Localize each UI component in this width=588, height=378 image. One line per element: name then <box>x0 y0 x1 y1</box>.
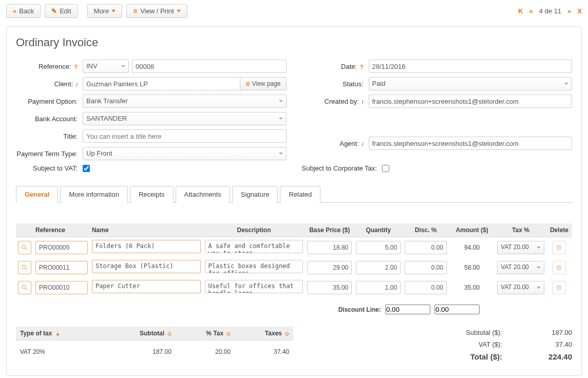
chevron-down-icon <box>537 287 541 289</box>
col-base-price: Base Price ($) <box>305 223 354 237</box>
line-disc-input[interactable] <box>405 261 447 274</box>
tax-col-pct[interactable]: % Tax◇ <box>176 327 235 341</box>
agent-input[interactable] <box>369 137 573 150</box>
line-disc-input[interactable] <box>405 281 447 294</box>
totals: Subtotal ($): 187.00 VAT ($): 37.40 Tota… <box>387 327 572 363</box>
line-qty-input[interactable] <box>356 261 401 274</box>
tab-general[interactable]: General <box>16 186 58 203</box>
help-icon[interactable]: ? <box>360 64 364 70</box>
chevron-down-icon <box>121 65 125 67</box>
sort-asc-icon: ▲ <box>55 331 60 336</box>
col-amount: Amount ($) <box>449 223 495 237</box>
created-by-input[interactable] <box>369 94 573 108</box>
line-tax-select[interactable]: VAT 20.00 <box>497 281 544 294</box>
bank-account-select[interactable]: SANTANDER <box>83 112 287 125</box>
tax-summary-table: Type of tax▲ Subtotal◇ % Tax◇ Taxes◇ VAT… <box>16 327 293 363</box>
line-search-button[interactable] <box>18 241 31 254</box>
total-value: 224.40 <box>510 352 572 361</box>
chevron-down-icon <box>111 10 116 12</box>
line-delete-button[interactable] <box>553 261 566 274</box>
search-icon <box>22 264 28 271</box>
line-qty-input[interactable] <box>356 281 401 294</box>
tab-more-information[interactable]: More information <box>60 186 128 203</box>
info-icon[interactable]: i <box>76 81 78 87</box>
vat-total-value: 37.40 <box>510 341 572 348</box>
client-input[interactable] <box>83 77 240 90</box>
chevron-down-icon <box>279 118 283 120</box>
list-icon: ≣ <box>133 8 138 14</box>
svg-rect-14 <box>558 286 561 290</box>
line-name-input[interactable]: Paper Cutter <box>92 280 201 293</box>
vat-total-label: VAT ($): <box>410 341 502 348</box>
vat-checkbox[interactable] <box>83 165 90 172</box>
col-disc: Disc. % <box>403 223 449 237</box>
tax-col-taxes[interactable]: Taxes◇ <box>235 327 293 341</box>
info-icon[interactable]: i <box>362 141 363 147</box>
discount-value-1[interactable] <box>385 305 430 314</box>
line-search-button[interactable] <box>18 261 31 274</box>
trash-icon <box>556 264 562 271</box>
back-button[interactable]: «Back <box>6 4 41 18</box>
line-tax-select[interactable]: VAT 20.00 <box>497 241 544 254</box>
line-tax-select[interactable]: VAT 20.00 <box>497 261 544 274</box>
tax-col-subtotal[interactable]: Subtotal◇ <box>103 327 176 341</box>
help-icon[interactable]: ? <box>74 64 78 70</box>
pager-first-icon[interactable]: K <box>518 7 523 15</box>
status-select[interactable]: Paid <box>369 77 573 90</box>
line-price-input[interactable] <box>307 241 352 254</box>
svg-rect-8 <box>558 266 561 270</box>
line-delete-button[interactable] <box>553 281 566 294</box>
tax-col-type[interactable]: Type of tax▲ <box>16 327 103 341</box>
line-desc-input[interactable]: Plastic boxes designed for offices, <box>205 260 304 273</box>
line-name-input[interactable]: Storage Box (Plastic) <box>92 260 201 273</box>
line-desc-input[interactable]: A safe and comfortable way to store <box>205 240 304 253</box>
line-amount: 35.00 <box>449 277 495 297</box>
total-label: Total ($): <box>410 352 502 361</box>
tab-related[interactable]: Related <box>280 186 320 203</box>
info-icon[interactable]: i <box>362 99 363 105</box>
chevron-down-icon <box>537 267 541 269</box>
line-ref-input[interactable] <box>35 241 88 254</box>
view-print-button[interactable]: ≣View / Print <box>126 4 187 18</box>
title-label: Title: <box>16 133 83 140</box>
discount-value-2[interactable] <box>434 305 480 314</box>
subtotal-label: Subtotal ($): <box>410 329 502 336</box>
view-page-button[interactable]: ≣View page <box>240 77 287 90</box>
line-price-input[interactable] <box>307 261 352 274</box>
payment-option-select[interactable]: Bank Transfer <box>83 94 287 108</box>
corp-tax-label: Subject to Corporate Tax: <box>302 164 382 172</box>
line-amount: 58.00 <box>449 257 495 277</box>
tab-receipts[interactable]: Receipts <box>130 186 174 203</box>
more-button[interactable]: More <box>87 4 123 18</box>
corp-tax-checkbox[interactable] <box>382 165 389 172</box>
line-disc-input[interactable] <box>405 241 447 254</box>
line-search-button[interactable] <box>18 281 31 294</box>
line-name-input[interactable]: Folders (6 Pack) <box>92 240 201 253</box>
tab-signature[interactable]: Signature <box>232 186 278 203</box>
date-input[interactable] <box>369 60 573 73</box>
line-desc-input[interactable]: Useful for offices that handle large <box>205 280 304 293</box>
pager-last-icon[interactable]: X <box>577 7 582 15</box>
pager-next-icon[interactable]: » <box>567 7 571 15</box>
line-ref-input[interactable] <box>35 261 88 274</box>
pager-prev-icon[interactable]: « <box>529 7 533 15</box>
tab-attachments[interactable]: Attachments <box>176 186 230 203</box>
back-icon: « <box>13 7 16 15</box>
svg-line-13 <box>26 288 27 290</box>
line-ref-input[interactable] <box>35 281 88 294</box>
edit-button[interactable]: ✎Edit <box>45 4 78 18</box>
chevron-down-icon <box>537 247 541 249</box>
payment-option-label: Payment Option: <box>16 98 83 105</box>
payment-term-select[interactable]: Up Front <box>83 147 287 160</box>
page-title: Ordinary Invoice <box>16 36 572 49</box>
reference-number-input[interactable] <box>132 60 287 73</box>
line-qty-input[interactable] <box>356 241 401 254</box>
title-input[interactable] <box>83 129 287 143</box>
line-price-input[interactable] <box>307 281 352 294</box>
line-delete-button[interactable] <box>553 241 566 254</box>
subtotal-value: 187.00 <box>510 329 572 336</box>
reference-prefix-select[interactable]: INV <box>83 60 129 73</box>
svg-line-7 <box>26 268 27 270</box>
reference-label: Reference: ? <box>16 63 83 70</box>
agent-label: Agent: i <box>302 140 369 147</box>
